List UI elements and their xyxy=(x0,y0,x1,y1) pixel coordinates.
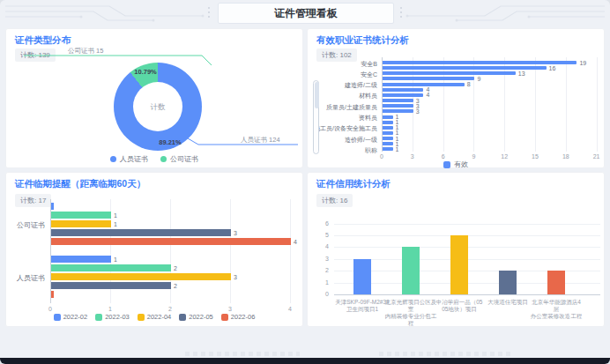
bar-value-label: 1 xyxy=(114,212,117,219)
bar-value-label: 4 xyxy=(426,92,429,98)
bar-valid[interactable] xyxy=(383,147,393,151)
slice-percent-label: 10.79% xyxy=(128,68,163,76)
credit-chart[interactable]: 0123456天津SKP-09F-M2#3# 卫生间项目1北京光辉项目公区及室 … xyxy=(308,173,604,326)
bar-project[interactable] xyxy=(450,235,468,294)
legend-marker xyxy=(443,161,450,168)
bar-value-label: 16 xyxy=(549,65,556,71)
valid-cert-chart[interactable]: 03691215182119安全B1613安全C98建造师/二级44材料员33质… xyxy=(308,29,604,167)
bar-valid[interactable] xyxy=(383,142,393,145)
x-tick-label: 4 xyxy=(283,306,297,312)
bar-2022-04[interactable] xyxy=(51,220,111,227)
bar-valid[interactable] xyxy=(383,126,393,130)
bar-valid[interactable] xyxy=(383,109,413,113)
bar-valid[interactable] xyxy=(383,99,413,102)
legend-marker xyxy=(221,314,228,321)
y-tick-label: 0 xyxy=(309,291,329,297)
bar-value-label: 1 xyxy=(396,146,399,152)
bar-valid[interactable] xyxy=(383,131,393,135)
legend-marker xyxy=(95,314,102,321)
dashboard-header: 证件管理看板 xyxy=(0,0,610,25)
legend-marker xyxy=(160,156,167,162)
bar-project[interactable] xyxy=(547,271,565,294)
bar-valid[interactable] xyxy=(383,77,474,80)
expiry-legend: 2022-022022-032022-042022-052022-06 xyxy=(6,313,302,321)
grid-line-x xyxy=(290,199,291,303)
footer-bar xyxy=(0,358,610,364)
bar-valid[interactable] xyxy=(383,93,423,97)
x-category-label: 中冶学府一品（05 05地块）项目 xyxy=(432,299,487,313)
x-tick-label: 6 xyxy=(436,153,450,160)
legend-item-有效[interactable]: 有效 xyxy=(443,160,468,169)
grid-line-x xyxy=(230,199,231,303)
grid-line-x xyxy=(597,57,598,152)
legend-label: 2022-06 xyxy=(231,313,256,321)
bar-valid[interactable] xyxy=(383,104,413,108)
panel-expiry-reminder: 证件临期提醒（距离临期60天） 计数: 17 01234公司证书人员证书1121… xyxy=(5,172,303,327)
bar-2022-04[interactable] xyxy=(51,273,231,280)
legend-label: 有效 xyxy=(454,160,468,169)
x-category-label: 天津SKP-09F-M2#3# 卫生间项目1 xyxy=(335,299,390,313)
legend-item-2022-05[interactable]: 2022-05 xyxy=(179,313,213,321)
bar-2022-02[interactable] xyxy=(51,256,111,263)
bar-valid[interactable] xyxy=(383,71,516,75)
bar-value-label: 1 xyxy=(114,256,117,263)
bar-2022-06[interactable] xyxy=(51,238,291,245)
legend-marker xyxy=(110,156,116,162)
expiry-chart[interactable]: 01234公司证书人员证书112133242022-022022-032022-… xyxy=(6,173,302,326)
bar-project[interactable] xyxy=(353,259,371,294)
y-tick-label: 3 xyxy=(309,256,329,262)
bar-2022-02[interactable] xyxy=(51,203,54,210)
header-decoration-right xyxy=(398,1,606,24)
callout-label-company: 公司证书 15 xyxy=(68,47,103,56)
bar-valid[interactable] xyxy=(383,88,423,92)
legend-marker xyxy=(54,314,61,321)
header-decoration-left xyxy=(4,1,212,24)
bar-value-label: 4 xyxy=(294,239,297,245)
bar-value-label: 9 xyxy=(477,76,480,82)
x-tick-label: 9 xyxy=(466,153,480,160)
bar-valid[interactable] xyxy=(383,115,393,119)
legend-item-人员证书[interactable]: 人员证书 xyxy=(110,154,148,164)
footer-decoration-left xyxy=(185,352,300,356)
bar-project[interactable] xyxy=(499,271,517,294)
bar-valid[interactable] xyxy=(383,137,393,140)
x-tick-label: 3 xyxy=(223,306,237,312)
bar-2022-05[interactable] xyxy=(51,282,171,289)
legend-item-2022-04[interactable]: 2022-04 xyxy=(138,313,172,321)
bar-valid[interactable] xyxy=(383,61,577,64)
x-category-label: 北京光辉项目公区及室 内精装修专业分包工程 xyxy=(383,299,438,327)
bar-2022-03[interactable] xyxy=(51,264,171,271)
hbar-legend: 有效 xyxy=(308,160,604,169)
x-tick-label: 3 xyxy=(405,153,420,160)
legend-item-公司证书[interactable]: 公司证书 xyxy=(160,154,198,164)
bar-2022-05[interactable] xyxy=(51,229,231,236)
callout-label-person: 人员证书 124 xyxy=(241,136,280,145)
bar-value-label: 3 xyxy=(234,230,237,236)
bar-valid[interactable] xyxy=(383,66,547,70)
y-tick-label: 6 xyxy=(309,220,329,227)
bar-value-label: 1 xyxy=(114,221,117,227)
bar-2022-03[interactable] xyxy=(51,212,111,219)
bar-2022-06[interactable] xyxy=(51,291,54,298)
bar-project[interactable] xyxy=(402,247,420,294)
bar-value-label: 3 xyxy=(416,108,420,115)
legend-item-2022-06[interactable]: 2022-06 xyxy=(221,313,256,321)
legend-item-2022-03[interactable]: 2022-03 xyxy=(95,313,130,321)
x-tick-label: 12 xyxy=(497,153,511,160)
x-tick-label: 2 xyxy=(163,306,177,312)
donut-chart[interactable]: 计数89.21%10.79%公司证书 15人员证书 124人员证书公司证书 xyxy=(6,29,302,167)
y-category-label: 安全B xyxy=(308,60,377,69)
certificate-dashboard: 证件管理看板 证件类型分布 计数: 139 计数89.21%10.79%公司证书… xyxy=(0,0,610,364)
x-axis-line xyxy=(334,294,600,295)
x-tick-label: 15 xyxy=(528,153,542,160)
chart-scrollbar-handle[interactable] xyxy=(315,82,319,108)
bar-valid[interactable] xyxy=(383,83,465,86)
x-category-label: 大境道住宅项目 xyxy=(480,299,535,306)
x-tick-label: 18 xyxy=(559,153,573,160)
slice-percent-label: 89.21% xyxy=(152,138,188,146)
grid-line-x xyxy=(566,57,567,152)
x-category-label: 北京年华能源酒店4层 办公室装修改造工程 xyxy=(529,299,584,320)
legend-label: 人员证书 xyxy=(120,154,148,164)
legend-item-2022-02[interactable]: 2022-02 xyxy=(54,313,88,321)
bar-valid[interactable] xyxy=(383,121,393,124)
